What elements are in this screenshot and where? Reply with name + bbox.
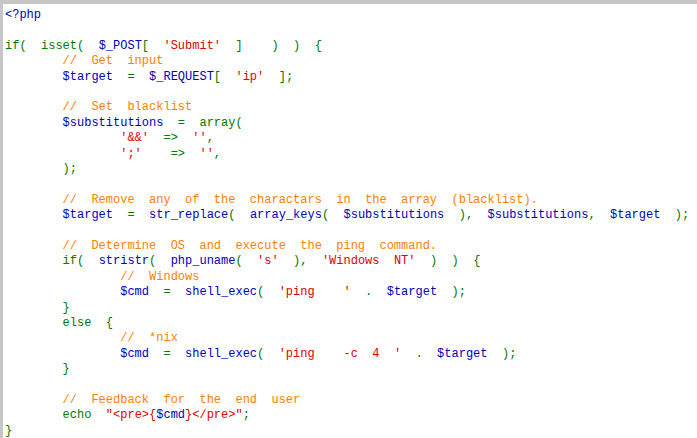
code-token-string: 'Windows NT'	[322, 254, 416, 268]
code-token-keyword: else {	[5, 316, 113, 330]
code-token-comment: // Determine OS and execute the ping com…	[5, 239, 437, 253]
code-token-default: <?php	[5, 8, 41, 22]
code-token-default: array_keys	[250, 208, 322, 222]
code-token-string: 'Submit'	[163, 39, 221, 53]
code-line: if( isset( $_POST[ 'Submit' ] ) ) {	[5, 39, 697, 54]
code-token-default: $target	[63, 70, 113, 84]
code-token-keyword: );	[437, 285, 466, 299]
code-line: // Remove any of the charactars in the a…	[5, 193, 697, 208]
code-token-comment: // Set blacklist	[5, 100, 192, 114]
code-token-string: '&&'	[5, 131, 149, 145]
code-token-default: $substitutions	[344, 208, 445, 222]
code-token-default: stristr	[99, 254, 149, 268]
code-token-keyword: [	[142, 39, 164, 53]
code-line: else {	[5, 316, 697, 331]
code-token-string: }</pre>"	[185, 408, 243, 422]
code-token-string: 's'	[257, 254, 279, 268]
code-token-keyword: = array(	[163, 116, 242, 130]
code-token-keyword: ];	[264, 70, 293, 84]
code-token-keyword: if(	[5, 254, 99, 268]
code-token-keyword	[5, 116, 63, 130]
code-token-default: $target	[63, 208, 113, 222]
code-token-keyword: ] ) ) {	[221, 39, 322, 53]
code-token-string: 'ping '	[279, 285, 351, 299]
code-line: // Set blacklist	[5, 100, 697, 115]
code-token-keyword	[5, 347, 120, 361]
code-token-comment: // Windows	[5, 270, 199, 284]
code-token-keyword: =	[113, 208, 149, 222]
code-line	[5, 378, 697, 393]
code-token-string: ';'	[5, 147, 142, 161]
code-line: <?php	[5, 8, 697, 23]
code-token-keyword: }	[5, 362, 70, 376]
code-token-string: "<pre>{	[106, 408, 156, 422]
code-line	[5, 177, 697, 192]
code-line: $cmd = shell_exec( 'ping ' . $target );	[5, 285, 697, 300]
code-token-keyword: =	[149, 347, 185, 361]
code-token-keyword: if( isset(	[5, 39, 99, 53]
code-token-default: $_POST	[99, 39, 142, 53]
code-token-keyword: =>	[142, 147, 200, 161]
code-token-keyword: }	[5, 424, 12, 438]
code-line	[5, 85, 697, 100]
code-token-string: ''	[199, 147, 213, 161]
code-token-default: shell_exec	[185, 285, 257, 299]
code-token-comment: // *nix	[5, 331, 178, 345]
code-token-keyword: ),	[444, 208, 487, 222]
code-token-keyword: .	[351, 285, 387, 299]
code-line: $target = $_REQUEST[ 'ip' ];	[5, 70, 697, 85]
code-token-keyword: ,	[207, 131, 214, 145]
code-token-keyword: (	[228, 208, 250, 222]
code-token-keyword: (	[149, 254, 171, 268]
code-token-string: ''	[192, 131, 206, 145]
code-token-keyword: (	[235, 254, 257, 268]
code-token-default: $cmd	[156, 408, 185, 422]
code-token-comment: // Feedback for the end user	[5, 393, 300, 407]
code-token-default: $target	[610, 208, 660, 222]
code-token-comment: // Remove any of the charactars in the a…	[5, 193, 538, 207]
code-area: <?phpif( isset( $_POST[ 'Submit' ] ) ) {…	[3, 4, 697, 438]
code-line: // *nix	[5, 331, 697, 346]
code-token-keyword: (	[257, 285, 279, 299]
code-token-keyword: =	[113, 70, 149, 84]
code-line: // Get input	[5, 54, 697, 69]
code-token-comment: // Get input	[5, 54, 163, 68]
code-line: ';' => '',	[5, 147, 697, 162]
code-token-default: $substitutions	[63, 116, 164, 130]
code-token-keyword: ;	[243, 408, 250, 422]
code-line: if( stristr( php_uname( 's' ), 'Windows …	[5, 254, 697, 269]
code-line: '&&' => '',	[5, 131, 697, 146]
code-token-keyword: );	[660, 208, 689, 222]
code-token-keyword: }	[5, 301, 70, 315]
code-token-default: $substitutions	[488, 208, 589, 222]
code-token-keyword: (	[257, 347, 279, 361]
code-token-default: $target	[437, 347, 487, 361]
code-token-default: shell_exec	[185, 347, 257, 361]
code-token-keyword	[5, 285, 120, 299]
source-code-viewport: <?phpif( isset( $_POST[ 'Submit' ] ) ) {…	[0, 0, 697, 438]
code-token-keyword: =	[149, 285, 185, 299]
code-token-default: $cmd	[120, 347, 149, 361]
code-token-keyword: [	[214, 70, 236, 84]
code-line: );	[5, 162, 697, 177]
code-line: $target = str_replace( array_keys( $subs…	[5, 208, 697, 223]
code-token-keyword: echo	[5, 408, 106, 422]
code-line: $cmd = shell_exec( 'ping -c 4 ' . $targe…	[5, 347, 697, 362]
code-token-keyword: );	[5, 162, 77, 176]
code-line: }	[5, 424, 697, 438]
code-token-keyword: );	[488, 347, 517, 361]
code-line	[5, 224, 697, 239]
code-token-default: str_replace	[149, 208, 228, 222]
code-token-default: php_uname	[171, 254, 236, 268]
code-token-keyword: ) ) {	[416, 254, 481, 268]
code-token-keyword: .	[401, 347, 437, 361]
code-token-keyword: ),	[279, 254, 322, 268]
code-token-keyword	[5, 208, 63, 222]
code-token-string: 'ping -c 4 '	[279, 347, 401, 361]
code-token-default: $_REQUEST	[149, 70, 214, 84]
code-token-keyword: (	[322, 208, 344, 222]
code-line	[5, 23, 697, 38]
code-token-default: $cmd	[120, 285, 149, 299]
code-line: }	[5, 362, 697, 377]
code-line: }	[5, 301, 697, 316]
